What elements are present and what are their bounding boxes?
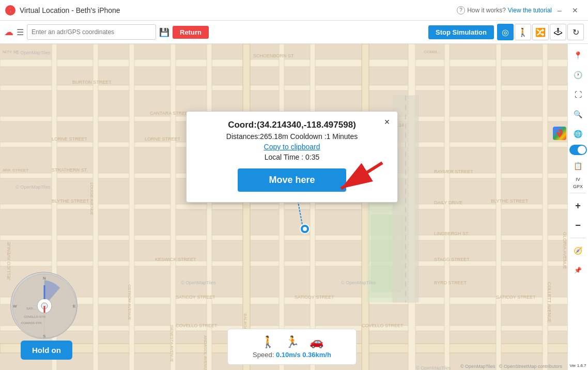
svg-text:LORNE STREET: LORNE STREET: [145, 136, 181, 142]
help-icon: ?: [457, 6, 465, 14]
svg-text:© OpenMapTiles: © OpenMapTiles: [16, 184, 51, 190]
app-icon: 📍: [5, 5, 16, 16]
toggle-switch[interactable]: [569, 145, 587, 155]
map-area[interactable]: © OpenMapTiles © OpenMapTiles © OpenMapT…: [0, 44, 588, 370]
map-pin-icon-button[interactable]: 📍: [569, 47, 587, 64]
popup-distances: Distances:265.18m Cooldown :1 Minutes: [197, 132, 387, 141]
speed-value: 0.10m/s 0.36km/h: [276, 351, 331, 359]
svg-text:SATI...: SATI...: [26, 307, 36, 310]
svg-text:STRATHERN ST.: STRATHERN ST.: [52, 167, 88, 173]
svg-rect-19: [310, 44, 315, 370]
svg-text:BLYTHE STREET: BLYTHE STREET: [52, 198, 89, 204]
svg-text:COVELLO STR.: COVELLO STR.: [24, 315, 47, 318]
svg-text:OSTROM AVENUE: OSTROM AVENUE: [127, 284, 132, 320]
cloud-icon: ☁: [4, 26, 13, 38]
svg-rect-23: [496, 44, 501, 370]
svg-text:COVELLO STREET: COVELLO STREET: [362, 323, 404, 328]
zoom-in-button[interactable]: +: [569, 197, 587, 214]
svg-text:NITY ST.: NITY ST.: [3, 50, 19, 54]
svg-text:N: N: [43, 276, 46, 281]
help-area: ? How it works? View the tutorial: [457, 6, 552, 14]
svg-text:SCHOENBORN ST.: SCHOENBORN ST.: [253, 53, 295, 58]
svg-rect-16: [207, 44, 212, 370]
right-sidebar: 📍 🕐 ⛶ 🔍 🌐 📋 IV GPX + − 🧭 📌 Ver 1.6.7: [567, 44, 588, 370]
toolbar: ☁ ☰ 💾 Return Stop Simulation ◎ 🚶 🔀 🕹 ↻: [0, 21, 588, 44]
titlebar: 📍 Virtual Location - Beth's iPhone ? How…: [0, 0, 588, 21]
divider2: [570, 238, 586, 238]
walk-speed-icon[interactable]: 🚶: [261, 335, 275, 349]
svg-text:DAILY DRIVE: DAILY DRIVE: [434, 200, 462, 205]
help-text: How it works?: [467, 7, 506, 14]
google-maps-icon[interactable]: [553, 127, 566, 140]
current-location-pin: [300, 224, 310, 236]
expand-icon-button[interactable]: ⛶: [569, 86, 587, 103]
speed-text: Speed: 0.10m/s 0.36km/h: [253, 351, 331, 359]
divider: [570, 193, 586, 193]
drive-speed-icon[interactable]: 🚗: [310, 335, 323, 349]
svg-text:STAGG STREET: STAGG STREET: [434, 257, 470, 262]
svg-text:© OpenMapTiles: © OpenMapTiles: [416, 365, 451, 370]
toolbar-right-buttons: ◎ 🚶 🔀 🕹 ↻: [497, 24, 584, 40]
svg-text:GLORIA AVENUE: GLORIA AVENUE: [562, 232, 567, 269]
compass-icon-button[interactable]: 🧭: [569, 242, 587, 259]
zoom-out-button[interactable]: −: [569, 217, 587, 234]
close-button[interactable]: ✕: [567, 3, 583, 18]
speed-bar: 🚶 🏃 🚗 Speed: 0.10m/s 0.36km/h: [227, 329, 357, 365]
return-button[interactable]: Return: [173, 26, 209, 39]
svg-text:ANDASOL AVENUE: ANDASOL AVENUE: [203, 335, 208, 370]
location-icon-button[interactable]: ◎: [497, 24, 514, 40]
run-speed-icon[interactable]: 🏃: [285, 335, 299, 349]
svg-text:COMM...: COMM...: [424, 50, 440, 54]
compass-widget: N S W E SATI... COVELLO STR. COMASS STR.: [10, 272, 78, 339]
location-icon-button[interactable]: 📌: [569, 261, 587, 279]
app-title: Virtual Location - Beth's iPhone: [20, 6, 457, 14]
svg-text:BLYTHE STREET: BLYTHE STREET: [491, 198, 529, 204]
osm-credits: © OpenMapTiles © OpenStreetMap contribut…: [460, 364, 562, 369]
refresh-icon-button[interactable]: ↻: [567, 24, 584, 40]
svg-text:KESWICK STREET: KESWICK STREET: [155, 257, 196, 262]
svg-text:SATICOY STREET: SATICOY STREET: [176, 295, 215, 300]
version-label: Ver 1.6.7: [569, 363, 586, 368]
svg-rect-14: [129, 44, 134, 370]
svg-text:RAYMER STREET: RAYMER STREET: [434, 169, 473, 174]
svg-text:GENESTA AVENUE: GENESTA AVENUE: [169, 325, 174, 362]
svg-text:COVELLO STREET: COVELLO STREET: [176, 323, 218, 328]
copy-icon-button[interactable]: 📋: [569, 157, 587, 175]
svg-text:W: W: [13, 304, 17, 309]
coord-input[interactable]: [27, 24, 156, 40]
svg-text:SATICOY STREET: SATICOY STREET: [496, 295, 536, 300]
menu-icon[interactable]: ☰: [17, 27, 24, 37]
svg-text:SATICOY STREET: SATICOY STREET: [295, 295, 334, 300]
svg-text:CANTARA STREET: CANTARA STREET: [150, 111, 191, 116]
svg-point-69: [303, 227, 307, 231]
svg-text:S: S: [43, 334, 45, 338]
svg-rect-15: [171, 44, 176, 370]
tutorial-link[interactable]: View the tutorial: [508, 7, 552, 14]
popup-copy-link[interactable]: Copy to clipboard: [197, 143, 387, 151]
popup-close-button[interactable]: ×: [381, 116, 393, 128]
svg-text:© OpenMapTiles: © OpenMapTiles: [341, 280, 376, 285]
svg-text:E: E: [73, 304, 75, 309]
clock-icon-button[interactable]: 🕐: [569, 66, 587, 84]
svg-rect-18: [279, 44, 284, 370]
location-search-icon-button[interactable]: 🔍: [569, 105, 587, 123]
joystick-icon-button[interactable]: 🕹: [550, 24, 566, 40]
minimize-button[interactable]: –: [552, 3, 567, 18]
svg-text:LOUISE AVENUE: LOUISE AVENUE: [89, 182, 94, 215]
save-icon[interactable]: 💾: [159, 27, 169, 37]
location-popup: × Coord:(34.214340,-118.497598) Distance…: [186, 111, 398, 203]
route-icon-button[interactable]: 🔀: [532, 24, 549, 40]
svg-text:© OpenMapTiles: © OpenMapTiles: [16, 50, 51, 55]
globe-icon-button[interactable]: 🌐: [569, 125, 587, 143]
svg-text:BURTON STREET: BURTON STREET: [72, 80, 112, 85]
svg-text:COMASS STR.: COMASS STR.: [21, 321, 43, 325]
svg-text:LINDBERGH ST.: LINDBERGH ST.: [434, 231, 469, 236]
move-here-button[interactable]: Move here: [238, 168, 346, 192]
popup-coord: Coord:(34.214340,-118.497598): [197, 120, 387, 130]
svg-text:LORNE STREET: LORNE STREET: [52, 136, 88, 142]
stop-simulation-button[interactable]: Stop Simulation: [428, 25, 494, 39]
popup-local-time: Local Time : 0:35: [197, 153, 387, 161]
gpx-label: GPX: [573, 184, 583, 189]
walk-icon-button[interactable]: 🚶: [515, 24, 531, 40]
hold-on-button[interactable]: Hold on: [21, 341, 72, 360]
